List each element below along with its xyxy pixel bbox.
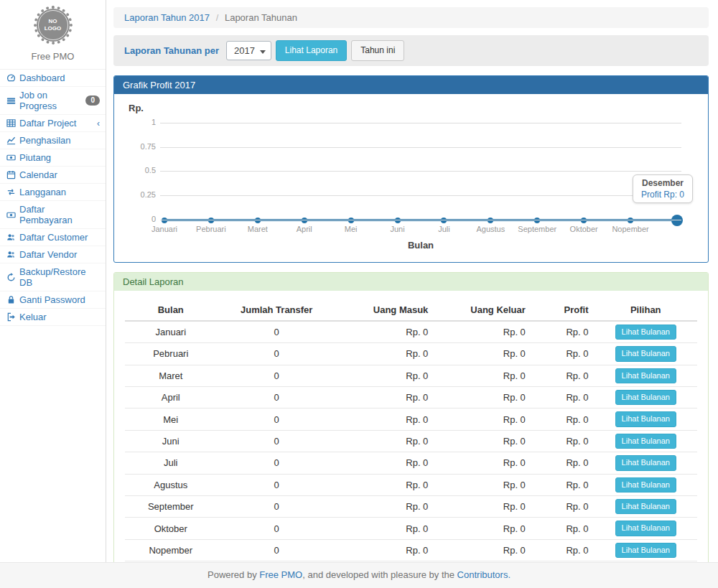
cell-uang-keluar: Rp. 0 — [434, 539, 531, 561]
cell-uang-keluar: Rp. 0 — [434, 386, 531, 408]
sidebar-item-daftar-pembayaran[interactable]: Daftar Pembayaran — [0, 201, 106, 229]
lihat-bulanan-button-nopember[interactable]: Lihat Bulanan — [615, 543, 676, 558]
sidebar: NO LOGO Free PMO DashboardJob on Progres… — [0, 0, 106, 562]
sidebar-item-label: Piutang — [19, 152, 51, 163]
sidebar-menu: DashboardJob on Progress0Daftar Project‹… — [0, 69, 106, 326]
cell-uang-keluar: Rp. 0 — [434, 495, 531, 517]
data-point-nopember[interactable] — [628, 218, 633, 223]
profit-chart-panel: Grafik Profit 2017 Rp. 00.250.50.751 Jan… — [113, 75, 709, 263]
sidebar-item-label: Dashboard — [19, 73, 65, 83]
y-axis-label: Rp. — [129, 103, 144, 113]
cell-jumlah-transfer: 0 — [217, 321, 337, 343]
data-point-pebruari[interactable] — [208, 218, 214, 223]
year-select[interactable]: 2017 — [226, 41, 271, 60]
footer-text-prefix: Powered by — [208, 569, 259, 580]
x-axis-title: Bulan — [160, 240, 681, 251]
breadcrumb-current: Laporan Tahunan — [225, 12, 297, 23]
lihat-bulanan-button-pebruari[interactable]: Lihat Bulanan — [615, 346, 676, 361]
cell-bulan: April — [125, 386, 217, 408]
x-tick-label: Pebruari — [196, 225, 226, 233]
sidebar-item-label: Ganti Password — [19, 294, 85, 305]
page-footer: Powered by Free PMO, and developed with … — [0, 562, 718, 588]
cell-jumlah-transfer: 0 — [217, 365, 337, 386]
sidebar-item-piutang[interactable]: Piutang — [0, 149, 106, 167]
cell-pilihan: Lihat Bulanan — [595, 518, 698, 539]
lihat-bulanan-button-agustus[interactable]: Lihat Bulanan — [615, 477, 676, 493]
cell-uang-masuk: Rp. 0 — [337, 539, 434, 561]
table-row-juli: Juli0Rp. 0Rp. 0Rp. 0Lihat Bulanan — [125, 452, 697, 474]
footer-brand-link[interactable]: Free PMO — [259, 569, 302, 580]
data-point-juni[interactable] — [395, 218, 401, 223]
footer-contributors-link[interactable]: Contributors. — [457, 569, 510, 580]
tahun-ini-button[interactable]: Tahun ini — [351, 40, 404, 61]
lihat-bulanan-button-mei[interactable]: Lihat Bulanan — [615, 411, 676, 426]
lihat-bulanan-button-september[interactable]: Lihat Bulanan — [615, 499, 676, 514]
sidebar-item-job-on-progress[interactable]: Job on Progress0 — [0, 87, 106, 115]
calendar-icon — [6, 170, 16, 180]
cell-bulan: Maret — [125, 365, 217, 386]
data-point-september[interactable] — [534, 218, 540, 223]
data-point-agustus[interactable] — [488, 218, 493, 223]
sidebar-item-label: Daftar Customer — [19, 232, 88, 243]
data-point-juli[interactable] — [441, 218, 447, 223]
data-point-oktober[interactable] — [581, 218, 587, 223]
sidebar-item-label: Daftar Project — [19, 118, 76, 129]
cell-uang-masuk: Rp. 0 — [337, 495, 434, 517]
x-tick-label: Juni — [390, 225, 404, 233]
year-select-value: 2017 — [234, 45, 255, 56]
cell-jumlah-transfer: 0 — [217, 452, 337, 474]
cell-bulan: Agustus — [125, 474, 217, 495]
lihat-laporan-button[interactable]: Lihat Laporan — [276, 40, 347, 61]
data-point-april[interactable] — [302, 218, 307, 223]
table-row-januari: Januari0Rp. 0Rp. 0Rp. 0Lihat Bulanan — [125, 321, 697, 343]
sidebar-item-ganti-password[interactable]: Ganti Password — [0, 291, 106, 309]
cell-profit: Rp. 0 — [531, 430, 595, 452]
column-header-uang-keluar: Uang Keluar — [434, 299, 531, 321]
cell-uang-keluar: Rp. 0 — [434, 409, 531, 430]
sign-out-icon — [6, 312, 16, 322]
x-tick-label: Januari — [151, 225, 177, 233]
column-header-pilihan: Pilihan — [595, 299, 698, 321]
cell-bulan: Pebruari — [125, 343, 217, 365]
lihat-bulanan-button-juni[interactable]: Lihat Bulanan — [615, 434, 676, 449]
sidebar-item-label: Job on Progress — [19, 90, 82, 111]
cell-profit: Rp. 0 — [531, 452, 595, 474]
sidebar-item-dashboard[interactable]: Dashboard — [0, 70, 106, 87]
sidebar-item-label: Keluar — [19, 312, 47, 322]
cell-jumlah-transfer: 0 — [217, 430, 337, 452]
lihat-bulanan-button-april[interactable]: Lihat Bulanan — [615, 390, 676, 405]
tooltip-month: Desember — [641, 178, 684, 188]
sidebar-item-keluar[interactable]: Keluar — [0, 309, 106, 326]
sidebar-item-label: Daftar Pembayaran — [19, 204, 100, 225]
cell-uang-keluar: Rp. 0 — [434, 518, 531, 539]
table-header-row: BulanJumlah TransferUang MasukUang Kelua… — [125, 299, 697, 321]
lock-icon — [6, 295, 16, 305]
breadcrumb-link-laporan-tahun[interactable]: Laporan Tahun 2017 — [124, 12, 210, 23]
table-body: Januari0Rp. 0Rp. 0Rp. 0Lihat BulananPebr… — [125, 321, 697, 562]
sidebar-item-penghasilan[interactable]: Penghasilan — [0, 132, 106, 149]
cell-uang-masuk: Rp. 0 — [337, 452, 434, 474]
x-tick-label: Maret — [248, 225, 268, 233]
lihat-bulanan-button-januari[interactable]: Lihat Bulanan — [615, 325, 676, 340]
report-filter-bar: Laporan Tahunan per 2017 Lihat Laporan T… — [113, 35, 709, 66]
x-tick-label: Oktober — [570, 225, 598, 233]
lihat-bulanan-button-maret[interactable]: Lihat Bulanan — [615, 368, 676, 383]
data-point-maret[interactable] — [255, 218, 261, 223]
sidebar-item-daftar-customer[interactable]: Daftar Customer — [0, 229, 106, 246]
data-point-januari[interactable] — [162, 218, 167, 223]
x-tick-label: Agustus — [476, 225, 505, 233]
sidebar-item-daftar-vendor[interactable]: Daftar Vendor — [0, 246, 106, 263]
dashboard-icon — [6, 73, 16, 83]
tooltip-value: Profit Rp: 0 — [641, 190, 684, 200]
sidebar-item-daftar-project[interactable]: Daftar Project‹ — [0, 115, 106, 132]
lihat-bulanan-button-juli[interactable]: Lihat Bulanan — [615, 455, 676, 470]
cell-uang-keluar: Rp. 0 — [434, 365, 531, 386]
sidebar-item-calendar[interactable]: Calendar — [0, 167, 106, 184]
data-point-mei[interactable] — [348, 218, 354, 223]
sidebar-item-langganan[interactable]: Langganan — [0, 184, 106, 201]
y-tick-label: 0.5 — [129, 166, 156, 174]
cell-pilihan: Lihat Bulanan — [595, 343, 698, 365]
cell-jumlah-transfer: 0 — [217, 539, 337, 561]
lihat-bulanan-button-oktober[interactable]: Lihat Bulanan — [615, 521, 676, 536]
sidebar-item-backup-restore-db[interactable]: Backup/Restore DB — [0, 263, 106, 291]
